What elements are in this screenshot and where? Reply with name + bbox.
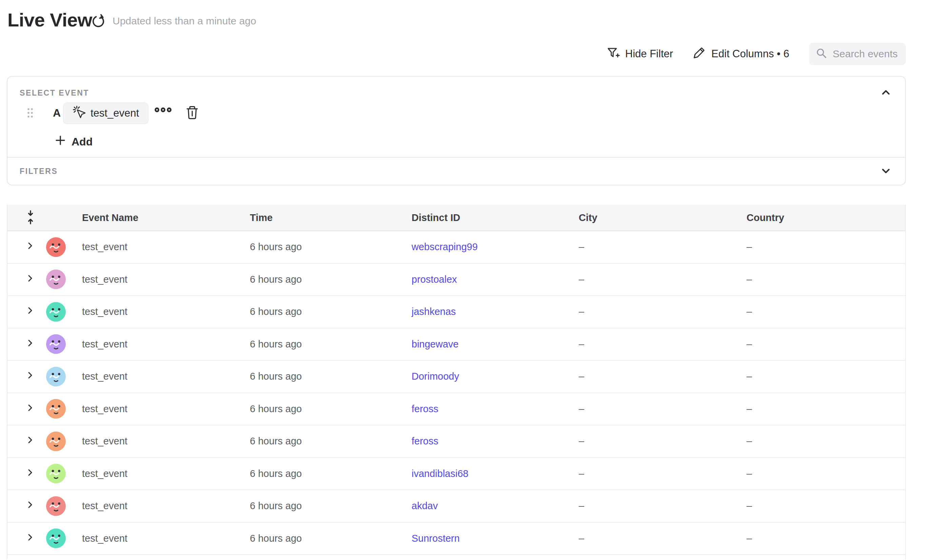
event-table-row[interactable]: test_event 6 hours ago ivandiblasi68 – – — [8, 458, 905, 491]
country-cell: – — [747, 242, 905, 252]
avatar — [46, 237, 66, 257]
chevron-up-icon — [880, 87, 891, 99]
distinct-id-link[interactable]: bingewave — [411, 338, 459, 349]
page-title: Live View — [8, 9, 92, 31]
chevron-right-icon[interactable] — [26, 468, 35, 480]
collapse-section-button[interactable] — [880, 87, 891, 99]
time-cell: 6 hours ago — [250, 403, 411, 415]
select-event-label: SELECT EVENT — [20, 88, 89, 98]
distinct-id-link[interactable]: feross — [411, 435, 438, 446]
table-body: test_event 6 hours ago webscraping99 – – — [8, 231, 905, 555]
time-cell: 6 hours ago — [250, 371, 411, 382]
event-name-cell: test_event — [82, 274, 250, 285]
expand-filters-button[interactable] — [880, 165, 891, 178]
event-name-cell: test_event — [82, 371, 250, 382]
distinct-id-link[interactable]: akdav — [411, 500, 438, 511]
time-cell: 6 hours ago — [250, 468, 411, 479]
city-cell: – — [579, 468, 747, 479]
column-header-city: City — [579, 212, 747, 223]
city-cell: – — [579, 371, 747, 382]
event-table-row[interactable]: test_event 6 hours ago webscraping99 – – — [8, 231, 905, 264]
distinct-id-link[interactable]: feross — [411, 403, 438, 414]
last-updated-text: Updated less than a minute ago — [112, 15, 256, 27]
distinct-id-link[interactable]: jashkenas — [411, 306, 456, 317]
chevron-right-icon[interactable] — [26, 532, 35, 545]
plus-icon — [55, 135, 66, 148]
avatar — [46, 399, 66, 418]
country-cell: – — [747, 468, 905, 479]
event-name-cell: test_event — [82, 403, 250, 415]
next-row-sliver — [8, 555, 905, 559]
chevron-right-icon[interactable] — [26, 241, 35, 253]
avatar — [46, 367, 66, 386]
time-cell: 6 hours ago — [250, 274, 411, 285]
country-cell: – — [747, 306, 905, 317]
avatar — [46, 496, 66, 516]
chevron-right-icon[interactable] — [26, 370, 35, 383]
chevron-right-icon[interactable] — [26, 338, 35, 351]
event-table-row[interactable]: test_event 6 hours ago feross – – — [8, 393, 905, 426]
toolbar: Hide Filter Edit Columns • 6 — [607, 43, 906, 65]
country-cell: – — [747, 533, 905, 544]
collapse-all-rows-button[interactable] — [26, 210, 35, 225]
time-cell: 6 hours ago — [250, 533, 411, 544]
add-event-button[interactable]: Add — [55, 135, 92, 148]
avatar — [46, 334, 66, 354]
event-chip-label: test_event — [91, 107, 139, 119]
event-table-row[interactable]: test_event 6 hours ago akdav – – — [8, 490, 905, 523]
trash-icon — [185, 105, 199, 122]
event-name-cell: test_event — [82, 338, 250, 350]
filter-plus-icon — [607, 46, 620, 62]
event-table-row[interactable]: test_event 6 hours ago feross – – — [8, 425, 905, 458]
distinct-id-link[interactable]: webscraping99 — [411, 242, 478, 252]
pencil-icon — [693, 46, 706, 62]
refresh-icon — [91, 14, 106, 30]
country-cell: – — [747, 274, 905, 285]
event-name-cell: test_event — [82, 468, 250, 479]
search-input[interactable] — [833, 48, 899, 60]
city-cell: – — [579, 533, 747, 544]
add-button-label: Add — [72, 135, 92, 148]
hide-filter-button[interactable]: Hide Filter — [607, 46, 673, 62]
event-table-row[interactable]: test_event 6 hours ago Sunrostern – – — [8, 523, 905, 555]
chevron-right-icon[interactable] — [26, 305, 35, 318]
time-cell: 6 hours ago — [250, 242, 411, 252]
distinct-id-link[interactable]: prostoalex — [411, 274, 457, 285]
refresh-button[interactable] — [89, 13, 107, 31]
country-cell: – — [747, 403, 905, 415]
edit-columns-button[interactable]: Edit Columns • 6 — [693, 46, 789, 62]
event-table-row[interactable]: test_event 6 hours ago Dorimoody – – — [8, 361, 905, 393]
more-options-icon — [154, 106, 172, 114]
chevron-right-icon[interactable] — [26, 403, 35, 415]
collapse-rows-icon — [26, 210, 35, 225]
city-cell: – — [579, 274, 747, 285]
chevron-right-icon[interactable] — [26, 500, 35, 512]
event-select-chip[interactable]: test_event — [63, 102, 148, 124]
event-letter-label: A — [53, 107, 61, 119]
edit-columns-label: Edit Columns • 6 — [711, 48, 789, 60]
country-cell: – — [747, 371, 905, 382]
event-table-row[interactable]: test_event 6 hours ago bingewave – – — [8, 328, 905, 361]
more-options-button[interactable] — [154, 106, 172, 114]
event-name-cell: test_event — [82, 435, 250, 447]
column-header-time: Time — [250, 212, 411, 223]
column-header-event-name: Event Name — [82, 212, 250, 223]
avatar — [46, 269, 66, 289]
city-cell: – — [579, 403, 747, 415]
distinct-id-link[interactable]: ivandiblasi68 — [411, 468, 468, 479]
chevron-right-icon[interactable] — [26, 435, 35, 448]
delete-event-button[interactable] — [185, 105, 199, 122]
event-name-cell: test_event — [82, 533, 250, 544]
drag-handle-icon[interactable] — [26, 107, 34, 120]
distinct-id-link[interactable]: Sunrostern — [411, 533, 460, 544]
search-box[interactable] — [809, 43, 906, 65]
cursor-click-icon — [72, 105, 85, 121]
table-header-row: Event Name Time Distinct ID City Country — [8, 205, 905, 231]
event-table-row[interactable]: test_event 6 hours ago prostoalex – – — [8, 264, 905, 296]
distinct-id-link[interactable]: Dorimoody — [411, 371, 459, 382]
time-cell: 6 hours ago — [250, 338, 411, 350]
chevron-right-icon[interactable] — [26, 273, 35, 286]
event-table-row[interactable]: test_event 6 hours ago jashkenas – – — [8, 296, 905, 328]
filters-label: FILTERS — [20, 167, 58, 176]
country-cell: – — [747, 338, 905, 350]
